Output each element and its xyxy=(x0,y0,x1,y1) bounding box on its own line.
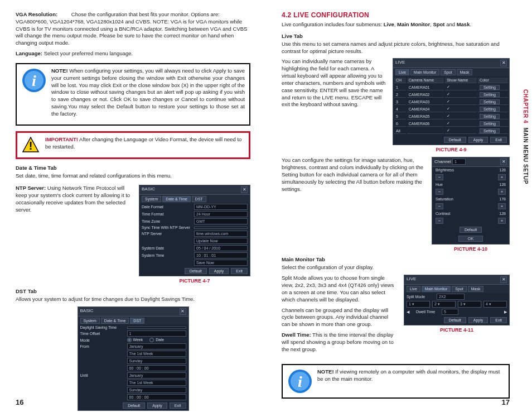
apply-button[interactable]: Apply xyxy=(468,317,489,323)
radio-date[interactable]: Date xyxy=(149,338,164,342)
field-value[interactable]: Sunday xyxy=(127,387,186,393)
field-value[interactable]: January xyxy=(127,343,186,349)
show-name-checkbox[interactable]: ✓ xyxy=(445,106,477,112)
field-value[interactable] xyxy=(194,227,248,229)
close-icon[interactable]: ✕ xyxy=(500,276,507,283)
channel-select[interactable]: 2 ▾ xyxy=(432,301,456,308)
tab-dst[interactable]: DST xyxy=(130,318,144,324)
default-button[interactable]: Default xyxy=(123,403,145,409)
channel-select[interactable]: 1 ▾ xyxy=(407,301,430,308)
field-value[interactable]: 1 xyxy=(127,330,186,337)
show-name-checkbox[interactable]: ✓ xyxy=(445,128,477,134)
default-button[interactable]: Default xyxy=(460,227,482,233)
setting-button[interactable]: Setting xyxy=(478,84,508,90)
tab-mask[interactable]: Mask xyxy=(457,69,473,75)
ok-button[interactable]: OK xyxy=(458,236,483,242)
field-value[interactable]: 24 Hour xyxy=(194,211,248,217)
dwelltime-select[interactable]: 5 xyxy=(442,309,458,315)
exit-button[interactable]: Exit xyxy=(490,317,507,323)
close-icon[interactable]: ✕ xyxy=(241,186,248,193)
setting-button[interactable]: Setting xyxy=(478,128,508,134)
plus-button[interactable]: + xyxy=(498,203,506,209)
tab-system[interactable]: System xyxy=(80,318,100,324)
tab-live[interactable]: Live xyxy=(395,69,409,75)
tab-datetime[interactable]: Date & Time xyxy=(162,196,191,202)
show-name-checkbox[interactable]: ✓ xyxy=(445,92,477,98)
exit-button[interactable]: Exit xyxy=(490,137,507,143)
plus-button[interactable]: + xyxy=(498,189,506,195)
splitmode-select[interactable]: 2X2 xyxy=(437,294,465,300)
field-value[interactable]: The 1st Week xyxy=(127,351,186,357)
apply-button[interactable]: Apply xyxy=(468,137,489,143)
plus-button[interactable]: + xyxy=(498,218,506,224)
chan-body: Channels can be grouped and the display … xyxy=(282,307,397,328)
setting-button[interactable]: Setting xyxy=(478,121,508,127)
field-value[interactable]: Sunday xyxy=(127,358,186,364)
tab-mask[interactable]: Mask xyxy=(468,286,484,292)
camera-name-cell[interactable]: CAMERA06 xyxy=(407,121,444,127)
prev-icon[interactable]: ◀ xyxy=(407,310,409,314)
note2-head: NOTE! xyxy=(317,368,334,375)
table-row: 3CAMERA03✓Setting xyxy=(394,99,508,105)
camera-name-cell[interactable]: CAMERA01 xyxy=(407,84,444,90)
field-value[interactable]: GMT xyxy=(194,218,248,224)
field-value[interactable]: Save Now xyxy=(194,260,248,266)
setting-button[interactable]: Setting xyxy=(478,92,508,98)
exit-button[interactable]: Exit xyxy=(231,268,248,274)
minus-button[interactable]: − xyxy=(436,174,443,180)
radio-week[interactable]: Week xyxy=(127,338,143,342)
close-icon[interactable]: ✕ xyxy=(500,159,507,165)
minus-button[interactable]: − xyxy=(436,218,443,224)
minus-button[interactable]: − xyxy=(436,203,443,209)
field-value[interactable] xyxy=(127,327,186,329)
show-name-checkbox[interactable]: ✓ xyxy=(445,84,477,90)
channel-select[interactable]: 4 ▾ xyxy=(483,301,507,308)
camera-name-cell[interactable]: CAMERA02 xyxy=(407,92,444,98)
default-button[interactable]: Default xyxy=(185,268,207,274)
setting-button[interactable]: Setting xyxy=(478,99,508,105)
channel-select[interactable]: 3 ▾ xyxy=(458,301,481,308)
field-value[interactable]: 10 : 01 : 01 xyxy=(194,252,248,258)
tab-mainmonitor[interactable]: Main Monitor xyxy=(410,69,439,75)
tab-spot[interactable]: Spot xyxy=(452,286,466,292)
field-value[interactable]: 05 / 04 / 2010 xyxy=(194,245,248,251)
camera-name-cell[interactable]: CAMERA03 xyxy=(407,99,444,105)
tab-dst[interactable]: DST xyxy=(192,196,206,202)
apply-button[interactable]: Apply xyxy=(209,268,229,274)
default-button[interactable]: Default xyxy=(444,137,466,143)
minus-button[interactable]: − xyxy=(436,189,443,195)
exit-button[interactable]: Exit xyxy=(170,403,186,409)
field-value[interactable]: time.windows.com xyxy=(194,231,248,237)
lang-body: Select your preferred menu language. xyxy=(42,50,133,56)
setting-button[interactable]: Setting xyxy=(478,113,508,119)
apply-button[interactable]: Apply xyxy=(147,403,167,409)
field-value[interactable]: The 1st Week xyxy=(127,380,186,386)
setting-button[interactable]: Setting xyxy=(478,106,508,112)
live-dialog-49: LIVE✕ Live Main Monitor Spot Mask CHCame… xyxy=(393,58,510,145)
field-value[interactable]: 00 : 00 : 00 xyxy=(127,394,186,400)
default-button[interactable]: Default xyxy=(444,317,466,323)
field-value[interactable]: Update Now xyxy=(194,238,248,244)
camera-name-cell[interactable] xyxy=(407,128,444,134)
channel-select[interactable]: 1 xyxy=(452,159,466,165)
camera-name-cell[interactable]: CAMERA05 xyxy=(407,113,444,119)
tab-mainmonitor[interactable]: Main Monitor xyxy=(422,286,451,292)
tab-datetime[interactable]: Date & Time xyxy=(101,318,129,324)
tab-live[interactable]: Live xyxy=(407,286,420,292)
show-name-checkbox[interactable]: ✓ xyxy=(445,113,477,119)
ch-cell: 2 xyxy=(394,92,406,98)
field-value[interactable]: January xyxy=(127,372,186,379)
field-value[interactable]: 00 : 00 : 00 xyxy=(127,365,186,371)
field-label: Sync Time With NTP Server xyxy=(142,226,192,229)
next-icon[interactable]: ▶ xyxy=(504,310,507,314)
camera-name-cell[interactable]: CAMERA04 xyxy=(407,106,444,112)
show-name-checkbox[interactable]: ✓ xyxy=(445,99,477,105)
tab-system[interactable]: System xyxy=(142,196,161,202)
close-icon[interactable]: ✕ xyxy=(500,60,507,66)
field-value[interactable]: MM-DD-YY xyxy=(194,204,248,210)
show-name-checkbox[interactable]: ✓ xyxy=(445,121,477,127)
close-icon[interactable]: ✕ xyxy=(180,308,186,315)
tab-spot[interactable]: Spot xyxy=(441,69,455,75)
svg-text:!: ! xyxy=(29,140,33,152)
plus-button[interactable]: + xyxy=(498,174,506,180)
